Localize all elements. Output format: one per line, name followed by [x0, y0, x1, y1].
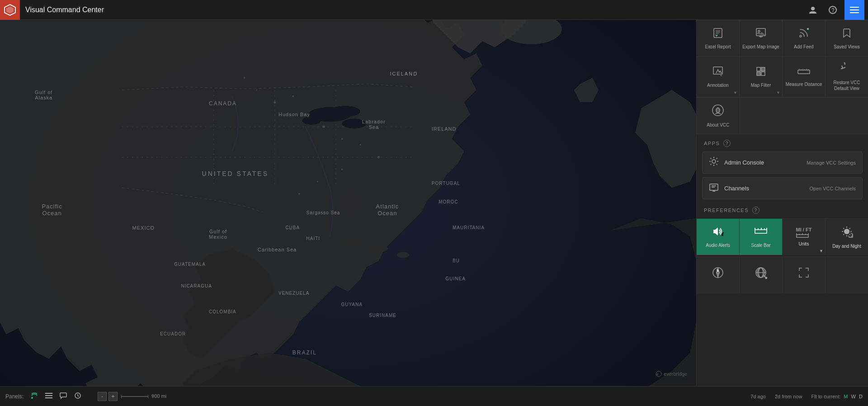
saved-views-btn[interactable]: Saved Views — [826, 20, 868, 57]
annotation-btn[interactable]: Annotation ▼ — [697, 57, 739, 97]
about-vcc-btn[interactable]: About VCC — [697, 98, 740, 134]
tools-row-1: Excel Report Export Map Image Add Feed S… — [697, 20, 868, 57]
menu-button[interactable] — [844, 0, 864, 20]
fullscreen-btn[interactable] — [783, 257, 825, 293]
header: Visual Command Center ? — [0, 0, 868, 20]
svg-rect-36 — [761, 67, 765, 71]
prefs-help-btn[interactable]: ? — [752, 207, 760, 214]
channels-item[interactable]: Channels Open VCC Channels — [702, 177, 863, 199]
map-area[interactable]: ICELAND CANADA Hudson Bay LabradorSea IR… — [0, 20, 696, 386]
measure-distance-icon — [797, 67, 810, 79]
map-filter-btn[interactable]: Map Filter ▼ — [740, 57, 782, 97]
svg-point-32 — [800, 35, 802, 37]
units-arrow: ▼ — [819, 249, 823, 253]
day-night-icon — [840, 225, 853, 241]
svg-point-63 — [31, 397, 33, 399]
svg-point-13 — [274, 101, 276, 103]
fit-m-btn[interactable]: M — [844, 394, 848, 399]
svg-rect-42 — [722, 232, 724, 233]
admin-console-icon — [709, 156, 719, 169]
day-night-label: Day and Night — [832, 243, 861, 249]
svg-point-25 — [302, 116, 321, 125]
add-feed-label: Add Feed — [794, 44, 813, 50]
help-icon-btn[interactable]: ? — [825, 2, 841, 18]
svg-point-15 — [305, 114, 306, 115]
apps-help-btn[interactable]: ? — [723, 140, 731, 147]
apps-section-header: APPS ? — [697, 134, 868, 150]
restore-vcc-label: Restore VCC Default View — [828, 80, 865, 91]
admin-console-item[interactable]: Admin Console Manage VCC Settings — [702, 151, 863, 174]
channels-desc: Open VCC Channels — [809, 186, 856, 191]
svg-rect-43 — [755, 230, 767, 233]
svg-text:?: ? — [831, 7, 835, 14]
watermark-text: everbridge — [664, 371, 687, 377]
units-icon: MI / FT — [796, 227, 812, 240]
fit-current-label: Fit to current: M W D — [811, 394, 863, 399]
list-panel-icon[interactable] — [45, 392, 52, 401]
svg-point-11 — [243, 77, 245, 79]
fit-w-btn[interactable]: W — [851, 394, 856, 399]
time-ago: 7d ago — [750, 394, 766, 399]
zoom-minus-btn[interactable]: - — [98, 392, 107, 401]
rss-panel-icon[interactable] — [31, 392, 38, 401]
svg-rect-34 — [757, 67, 760, 71]
svg-rect-3 — [850, 7, 859, 8]
scale-bar-label: Scale Bar — [751, 242, 770, 248]
fit-current-text: Fit to current: — [811, 394, 841, 399]
export-map-image-label: Export Map Image — [742, 44, 779, 50]
user-icon-btn[interactable] — [805, 2, 821, 18]
measure-distance-btn[interactable]: Measure Distance — [783, 57, 825, 97]
about-vcc-row: About VCC — [697, 97, 868, 134]
svg-point-31 — [758, 30, 760, 32]
annotation-icon — [712, 66, 723, 80]
svg-point-12 — [256, 90, 257, 91]
svg-rect-5 — [850, 12, 859, 13]
annotation-label: Annotation — [707, 82, 729, 88]
chat-panel-icon[interactable] — [60, 392, 67, 401]
scale-bar-btn[interactable]: Scale Bar — [740, 219, 782, 255]
svg-rect-29 — [714, 28, 722, 38]
panels-label: Panels: — [5, 393, 24, 400]
admin-console-desc: Manage VCC Settings — [807, 160, 856, 165]
day-night-btn[interactable]: Day and Night — [826, 219, 868, 255]
main-content: ICELAND CANADA Hudson Bay LabradorSea IR… — [0, 20, 868, 386]
svg-rect-41 — [722, 233, 723, 236]
excel-icon — [712, 28, 723, 41]
add-feed-btn[interactable]: Add Feed — [783, 20, 825, 57]
svg-point-24 — [342, 119, 366, 129]
map-canvas: ICELAND CANADA Hudson Bay LabradorSea IR… — [0, 20, 696, 386]
export-map-icon — [755, 28, 766, 41]
excel-report-btn[interactable]: Excel Report — [697, 20, 739, 57]
svg-text:e: e — [657, 373, 659, 376]
about-vcc-icon — [712, 104, 724, 119]
scale-bar-icon — [754, 226, 768, 240]
restore-vcc-btn[interactable]: Restore VCC Default View — [826, 57, 868, 97]
channels-icon — [709, 182, 719, 194]
units-btn[interactable]: MI / FT Units ▼ — [783, 219, 825, 255]
units-label: Units — [799, 241, 809, 247]
time-from-now: 2d from now — [775, 394, 802, 399]
zoom-controls: - + 900 mi — [98, 392, 166, 401]
history-panel-icon[interactable] — [74, 392, 81, 401]
fit-d-btn[interactable]: D — [859, 394, 863, 399]
prefs-title: PREFERENCES — [704, 208, 749, 213]
svg-rect-38 — [798, 70, 810, 74]
svg-rect-49 — [797, 235, 808, 237]
globe-pointer-btn[interactable] — [740, 257, 782, 293]
north-indicator-btn[interactable]: N — [697, 257, 739, 293]
svg-point-62 — [765, 277, 767, 279]
app-logo — [0, 0, 20, 20]
svg-point-22 — [298, 193, 300, 195]
svg-rect-65 — [45, 395, 52, 396]
audio-alerts-icon — [712, 226, 724, 240]
right-panel: Excel Report Export Map Image Add Feed S… — [696, 20, 868, 386]
annotation-arrow: ▼ — [733, 90, 737, 95]
globe-pointer-icon — [755, 266, 767, 282]
audio-alerts-btn[interactable]: Audio Alerts — [697, 219, 739, 255]
fullscreen-icon — [797, 266, 810, 282]
restore-vcc-icon — [841, 62, 853, 77]
svg-marker-58 — [717, 273, 719, 277]
export-map-image-btn[interactable]: Export Map Image — [740, 20, 782, 57]
svg-point-20 — [341, 169, 343, 170]
zoom-plus-btn[interactable]: + — [108, 392, 118, 401]
